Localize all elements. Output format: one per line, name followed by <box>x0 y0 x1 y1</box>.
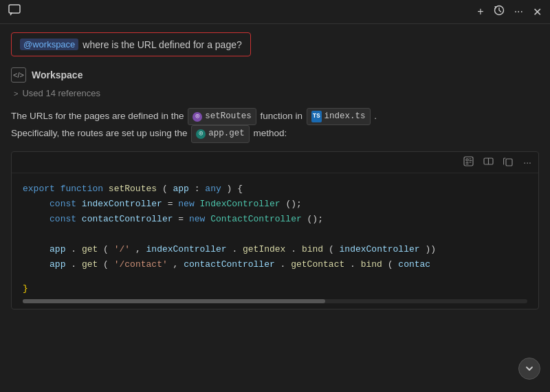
desc-line1-mid: function in <box>260 111 302 121</box>
set-routes-icon: ◎ <box>192 112 202 122</box>
code-line-3: const contactController = new ContactCon… <box>23 212 527 227</box>
desc-line1-prefix: The URLs for the pages are defined in th… <box>11 111 184 121</box>
add-icon[interactable]: + <box>477 6 483 18</box>
code-line-2: const indexController = new IndexControl… <box>23 197 527 212</box>
code-block-container: ··· export function setRoutes ( app : an… <box>11 151 539 310</box>
toolbar-split-icon[interactable] <box>482 155 495 170</box>
set-routes-label: setRoutes <box>205 109 252 124</box>
more-icon[interactable]: ··· <box>514 6 523 18</box>
app-get-label: app.get <box>208 127 245 141</box>
app-get-badge[interactable]: ◎ app.get <box>191 125 250 142</box>
workspace-section: </> Workspace <box>11 67 539 83</box>
ts-icon: TS <box>311 111 322 122</box>
closing-brace: } <box>12 281 538 299</box>
desc-line2-prefix: Specifically, the routes are set up usin… <box>11 128 187 138</box>
toolbar-more-icon[interactable]: ··· <box>522 155 533 169</box>
workspace-label: Workspace <box>32 69 82 80</box>
index-ts-badge[interactable]: TS index.ts <box>307 108 371 125</box>
index-ts-label: index.ts <box>324 109 366 124</box>
code-icon: </> <box>13 71 24 79</box>
chat-icon[interactable] <box>8 4 21 19</box>
workspace-tag: @workspace <box>20 39 78 50</box>
code-line-6: app . get ( '/contact' , contactControll… <box>23 257 527 272</box>
svg-rect-5 <box>506 159 512 166</box>
question-box: @workspace where is the URL defined for … <box>11 32 251 56</box>
top-bar-left <box>8 4 21 19</box>
top-bar: + ··· ✕ <box>0 0 550 24</box>
bottom-scrollbar[interactable] <box>23 299 527 303</box>
code-content: export function setRoutes ( app : any ) … <box>12 173 538 281</box>
scroll-down-button[interactable] <box>518 358 540 380</box>
references-line[interactable]: > Used 14 references <box>14 88 539 98</box>
history-icon[interactable] <box>494 5 505 19</box>
desc-line2-suffix: method: <box>253 128 287 138</box>
top-bar-right: + ··· ✕ <box>477 5 542 19</box>
toolbar-run-icon[interactable] <box>462 155 475 170</box>
code-toolbar: ··· <box>12 152 538 173</box>
main-content: @workspace where is the URL defined for … <box>0 24 550 386</box>
svg-rect-0 <box>9 5 20 13</box>
set-routes-badge[interactable]: ◎ setRoutes <box>188 108 256 125</box>
workspace-icon: </> <box>11 67 26 83</box>
question-text: where is the URL defined for a page? <box>82 39 241 50</box>
references-text: Used 14 references <box>22 88 100 98</box>
chevron-right-icon: > <box>14 89 18 98</box>
code-line-5: app . get ( '/' , indexController . getI… <box>23 242 527 257</box>
code-line-4 <box>23 227 527 242</box>
description-text: The URLs for the pages are defined in th… <box>11 108 539 143</box>
code-line-1: export function setRoutes ( app : any ) … <box>23 182 527 197</box>
desc-line1-suffix: . <box>374 111 377 121</box>
close-icon[interactable]: ✕ <box>533 6 542 19</box>
app-get-icon: ◎ <box>196 129 206 139</box>
scrollbar-thumb <box>23 299 325 303</box>
toolbar-copy-icon[interactable] <box>502 155 515 170</box>
